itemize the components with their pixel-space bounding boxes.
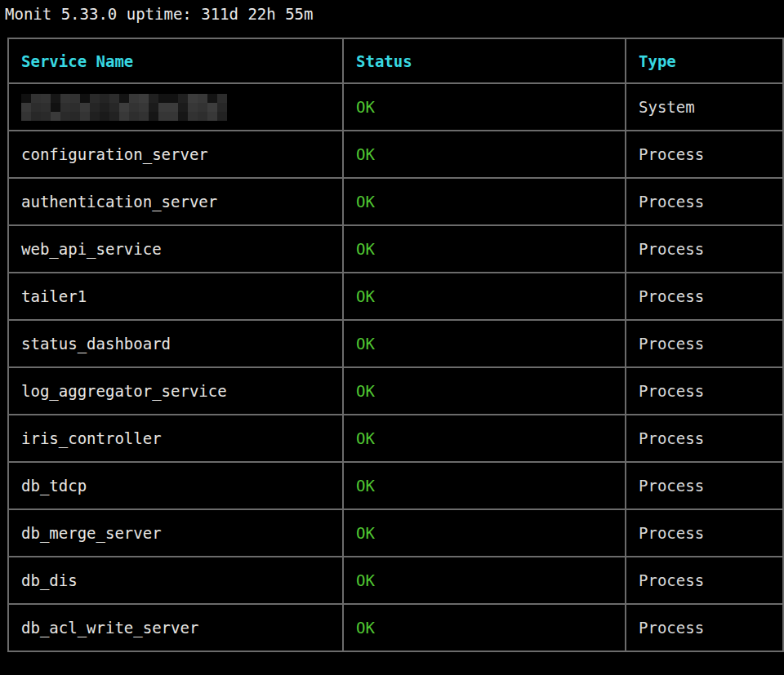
service-row: log_aggregator_service OK Process (8, 367, 783, 415)
service-row: web_api_service OK Process (8, 225, 783, 273)
status-cell: OK (343, 604, 626, 651)
type-cell: Process (626, 557, 783, 604)
service-name-cell[interactable] (8, 83, 343, 131)
type-cell: Process (626, 509, 783, 557)
service-name-cell[interactable]: db_tdcp (8, 462, 343, 509)
service-name-cell[interactable]: configuration_server (8, 131, 343, 178)
type-cell: Process (626, 367, 783, 415)
type-cell: Process (626, 178, 783, 225)
status-cell: OK (343, 178, 626, 225)
header-service-name: Service Name (8, 38, 343, 83)
page-title: Monit 5.33.0 uptime: 311d 22h 55m (0, 0, 784, 24)
type-cell: Process (626, 225, 783, 273)
service-row: status_dashboard OK Process (8, 320, 783, 367)
service-name-cell[interactable]: web_api_service (8, 225, 343, 273)
type-cell: Process (626, 131, 783, 178)
status-cell: OK (343, 415, 626, 462)
service-name-cell[interactable]: log_aggregator_service (8, 367, 343, 415)
service-name-cell[interactable]: authentication_server (8, 178, 343, 225)
service-row: db_dis OK Process (8, 557, 783, 604)
status-cell: OK (343, 557, 626, 604)
status-cell: OK (343, 225, 626, 273)
status-cell: OK (343, 462, 626, 509)
type-cell: Process (626, 415, 783, 462)
type-cell: Process (626, 320, 783, 367)
status-cell: OK (343, 273, 626, 320)
type-cell: Process (626, 462, 783, 509)
status-cell: OK (343, 509, 626, 557)
type-cell: Process (626, 604, 783, 651)
service-name-cell[interactable]: tailer1 (8, 273, 343, 320)
service-row: db_merge_server OK Process (8, 509, 783, 557)
type-cell: System (626, 83, 783, 131)
service-row: tailer1 OK Process (8, 273, 783, 320)
service-row: iris_controller OK Process (8, 415, 783, 462)
status-cell: OK (343, 320, 626, 367)
service-name-cell[interactable]: db_merge_server (8, 509, 343, 557)
status-cell: OK (343, 131, 626, 178)
service-name-cell[interactable]: db_acl_write_server (8, 604, 343, 651)
services-table: Service Name Status Type OK System confi… (7, 38, 784, 652)
service-name-cell[interactable]: iris_controller (8, 415, 343, 462)
status-cell: OK (343, 83, 626, 131)
service-row: configuration_server OK Process (8, 131, 783, 178)
monit-status-page: Monit 5.33.0 uptime: 311d 22h 55m Servic… (0, 0, 784, 652)
type-cell: Process (626, 273, 783, 320)
service-name-cell[interactable]: status_dashboard (8, 320, 343, 367)
service-row: OK System (8, 83, 783, 131)
service-row: db_tdcp OK Process (8, 462, 783, 509)
service-row: db_acl_write_server OK Process (8, 604, 783, 651)
status-cell: OK (343, 367, 626, 415)
service-row: authentication_server OK Process (8, 178, 783, 225)
header-status: Status (343, 38, 626, 83)
service-name-cell[interactable]: db_dis (8, 557, 343, 604)
header-row: Service Name Status Type (8, 38, 783, 83)
redacted-service-name (21, 94, 227, 121)
header-type: Type (626, 38, 783, 83)
